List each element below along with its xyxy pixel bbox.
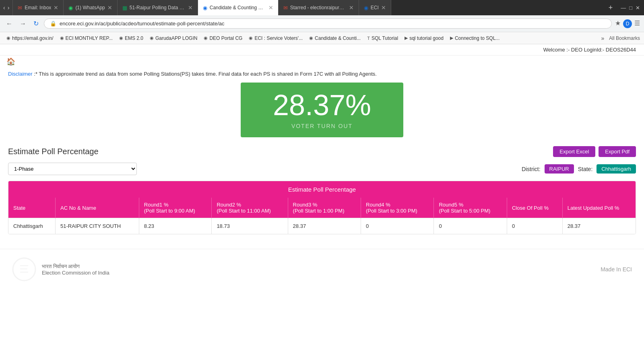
disclaimer-link[interactable]: Disclaimer xyxy=(8,71,33,77)
voter-turnout-label: VOTER TURN OUT xyxy=(273,123,371,129)
page-header: Welcome :- DEO LoginId:- DEOS26D44 xyxy=(0,44,644,56)
back-button[interactable]: ← xyxy=(4,19,14,28)
section-title: Estimate Poll Percentage xyxy=(8,147,99,156)
profile-icon[interactable]: D xyxy=(623,19,632,28)
section-header: Estimate Poll Percentage Export Excel Ex… xyxy=(8,146,636,157)
tab-label: (1) WhatsApp xyxy=(75,5,105,10)
bookmark-label: DEO Portal CG xyxy=(209,35,242,41)
window-controls: ― □ ✕ xyxy=(617,0,644,15)
bookmark-label: ECI : Service Voters'... xyxy=(254,35,303,41)
estimate-poll-table: StateAC No & NameRound1 % (Poll Start to… xyxy=(8,198,636,234)
cell-round1: 8.23 xyxy=(139,218,212,234)
bookmark-item[interactable]: ◉ DEO Portal CG xyxy=(201,35,245,42)
tab-close-icon[interactable]: ✕ xyxy=(107,4,112,11)
cell-round3: 28.37 xyxy=(288,218,361,234)
page-footer: भारत निर्वाचन आयोग Election Commission o… xyxy=(0,249,644,289)
bookmark-label: SQL Tutorial xyxy=(372,35,398,41)
more-bookmarks[interactable]: » xyxy=(601,35,605,41)
col-state: State xyxy=(8,198,56,218)
new-tab-button[interactable]: + xyxy=(605,0,617,15)
home-icon[interactable]: 🏠 xyxy=(6,57,15,66)
star-icon[interactable]: ★ xyxy=(615,19,621,28)
state-label: State: xyxy=(578,166,593,172)
tab-navigate-back[interactable]: ‹ › xyxy=(0,0,13,15)
cell-round4: 0 xyxy=(361,218,434,234)
browser-tab-tab-whatsapp[interactable]: ◉ (1) WhatsApp ✕ xyxy=(64,0,117,15)
voter-turnout-percent: 28.37% xyxy=(273,91,371,120)
address-bar[interactable]: 🔒 encore.eci.gov.in/ac/public/acdeo/turn… xyxy=(44,19,612,29)
col-round3: Round3 % (Poll Start to 1:00 PM) xyxy=(288,198,361,218)
extensions-icon[interactable]: ☰ xyxy=(634,19,640,28)
col-round1: Round1 % (Poll Start to 9:00 AM) xyxy=(139,198,212,218)
state-badge: Chhattisgarh xyxy=(597,164,636,174)
bookmark-favicon: ▶ xyxy=(450,35,453,41)
bookmark-favicon: ◉ xyxy=(309,35,313,41)
minimize-icon[interactable]: ― xyxy=(621,5,626,11)
tab-favicon: ▦ xyxy=(122,5,127,11)
browser-chrome: ‹ › ✉ Email: Inbox ✕◉ (1) WhatsApp ✕▦ 51… xyxy=(0,0,644,44)
bookmark-item[interactable]: ▶ sql tutorial good xyxy=(402,35,446,42)
bookmark-label: sql tutorial good xyxy=(409,35,444,41)
disclaimer-content: :* This is approximate trend as data fro… xyxy=(34,71,377,77)
tab-close-icon[interactable]: ✕ xyxy=(268,4,273,11)
bookmark-item[interactable]: ◉ https://email.gov.in/ xyxy=(4,35,56,42)
forward-button[interactable]: → xyxy=(18,19,28,28)
tab-bar: ‹ › ✉ Email: Inbox ✕◉ (1) WhatsApp ✕▦ 51… xyxy=(0,0,644,15)
url-text: encore.eci.gov.in/ac/public/acdeo/turnou… xyxy=(60,21,606,27)
browser-tab-tab-eci[interactable]: ◉ ECI ✕ xyxy=(359,0,391,15)
browser-tab-tab-sheets[interactable]: ▦ 51-Raipur Polling Data - Go... ✕ xyxy=(118,0,198,15)
col-ac_no_name: AC No & Name xyxy=(56,198,139,218)
footer-english: Election Commission of India xyxy=(42,270,109,276)
footer-made-in: Made In ECI xyxy=(601,266,632,273)
tab-label: Email: Inbox xyxy=(25,5,51,10)
controls-row: 1-Phase2-Phase District: RAIPUR State: C… xyxy=(8,163,636,175)
cell-round5: 0 xyxy=(434,218,507,234)
eci-logo-icon xyxy=(12,257,36,281)
all-bookmarks[interactable]: All Bookmarks xyxy=(609,35,640,41)
secure-icon: 🔒 xyxy=(50,21,56,27)
bookmark-favicon: ◉ xyxy=(204,35,208,41)
bookmark-favicon: ◉ xyxy=(150,35,154,41)
tab-close-icon[interactable]: ✕ xyxy=(188,4,193,11)
browser-tab-tab-counting[interactable]: ◉ Candidate & Counting Man... ✕ xyxy=(198,0,279,15)
disclaimer-text: Disclaimer :* This is approximate trend … xyxy=(0,68,644,79)
table-title: Estimate Poll Percentage xyxy=(8,181,636,198)
footer-logo: भारत निर्वाचन आयोग Election Commission o… xyxy=(12,257,109,281)
district-label: District: xyxy=(522,166,541,172)
district-badge: RAIPUR xyxy=(545,164,574,174)
bookmark-label: Connecting to SQL... xyxy=(455,35,500,41)
cell-close_of_poll: 0 xyxy=(507,218,562,234)
reload-button[interactable]: ↻ xyxy=(31,19,41,28)
cell-state: Chhattisgarh xyxy=(8,218,56,234)
page-content: Welcome :- DEO LoginId:- DEOS26D44 🏠 Dis… xyxy=(0,44,644,289)
col-close_of_poll: Close Of Poll % xyxy=(507,198,562,218)
browser-tab-tab-starred[interactable]: ✉ Starred - electionraipurdeo... ✕ xyxy=(279,0,359,15)
tab-close-icon[interactable]: ✕ xyxy=(349,4,354,11)
tab-close-icon[interactable]: ✕ xyxy=(54,4,58,11)
export-pdf-button[interactable]: Export Pdf xyxy=(599,146,636,157)
welcome-text: Welcome :- DEO LoginId:- DEOS26D44 xyxy=(543,47,636,53)
bookmark-item[interactable]: T SQL Tutorial xyxy=(365,35,400,42)
tab-label: Starred - electionraipurdeo... xyxy=(290,5,347,10)
maximize-icon[interactable]: □ xyxy=(629,5,632,11)
browser-tab-tab-email[interactable]: ✉ Email: Inbox ✕ xyxy=(13,0,64,15)
bookmarks-bar: ◉ https://email.gov.in/◉ ECI MONTHLY REP… xyxy=(0,32,644,44)
bookmark-item[interactable]: ◉ EMS 2.0 xyxy=(117,35,146,42)
tab-favicon: ✉ xyxy=(18,5,22,11)
bookmark-item[interactable]: ◉ Candidate & Counti... xyxy=(307,35,363,42)
bookmark-item[interactable]: ◉ ECI : Service Voters'... xyxy=(246,35,305,42)
estimate-poll-table-container: Estimate Poll Percentage StateAC No & Na… xyxy=(8,181,636,234)
col-round2: Round2 % (Poll Start to 11:00 AM) xyxy=(212,198,288,218)
bookmark-label: GarudaAPP LOGIN xyxy=(155,35,198,41)
bookmark-item[interactable]: ▶ Connecting to SQL... xyxy=(448,35,502,42)
tab-label: ECI xyxy=(371,5,379,10)
phase-select[interactable]: 1-Phase2-Phase xyxy=(8,163,137,175)
tab-close-icon[interactable]: ✕ xyxy=(381,4,386,11)
browser-icons: ★ D ☰ xyxy=(615,19,640,28)
close-icon[interactable]: ✕ xyxy=(636,5,640,11)
export-excel-button[interactable]: Export Excel xyxy=(553,146,595,157)
bookmark-item[interactable]: ◉ GarudaAPP LOGIN xyxy=(147,35,200,42)
bookmark-item[interactable]: ◉ ECI MONTHLY REP... xyxy=(58,35,115,42)
table-row: Chhattisgarh51-RAIPUR CITY SOUTH8.2318.7… xyxy=(8,218,636,234)
tab-favicon: ◉ xyxy=(203,5,207,11)
